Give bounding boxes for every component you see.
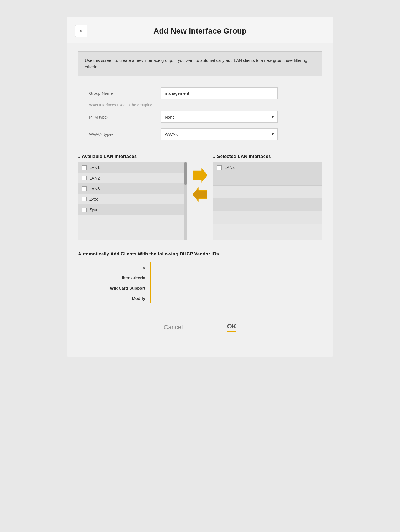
filter-col-hash: # <box>78 262 150 273</box>
wildcard-label: WildCard Support <box>78 283 150 293</box>
ptm-select-wrapper: None PTM1 PTM2 ▼ <box>161 111 278 123</box>
selected-lan-header: # Selected LAN Interfaces <box>213 154 322 159</box>
dhcp-section: Automotically Add Clients With the follo… <box>67 246 333 309</box>
wan-interfaces-label: WAN Interfaces used in the grouping <box>89 103 311 107</box>
back-button[interactable]: < <box>75 25 87 37</box>
scrollbar-track <box>184 162 187 240</box>
empty-selected-slot-1 <box>213 173 322 186</box>
lan2-label: LAN2 <box>89 176 100 180</box>
available-lan-column: # Available LAN Interfaces LAN1 LAN2 <box>78 154 187 240</box>
arrow-right-icon <box>193 169 207 181</box>
selected-lan-list-inner[interactable]: LAN4 <box>213 162 322 240</box>
group-name-label: Group Name <box>89 91 161 96</box>
header-area: < Add New Interface Group <box>67 17 333 43</box>
available-lan-list: LAN1 LAN2 LAN3 Zyxe <box>78 162 187 240</box>
lan1-label: LAN1 <box>89 165 100 170</box>
empty-selected-slot-3 <box>213 198 322 211</box>
modal-container: < Add New Interface Group Use this scree… <box>67 17 333 357</box>
available-lan-list-inner[interactable]: LAN1 LAN2 LAN3 Zyxe <box>78 162 187 240</box>
filter-criteria-label: Filter Criteria <box>78 273 150 283</box>
info-text: Use this screen to create a new interfac… <box>85 58 307 69</box>
lan4-checkbox[interactable] <box>217 165 222 170</box>
modify-row: Modify <box>78 293 322 303</box>
modify-value <box>150 293 322 303</box>
zyxel1-checkbox[interactable] <box>82 197 87 201</box>
lan2-checkbox[interactable] <box>82 176 87 180</box>
filter-header-row: # <box>78 262 322 273</box>
list-item[interactable]: LAN3 <box>78 183 187 194</box>
wwan-select[interactable]: WWAN WWAN2 <box>161 128 278 140</box>
selected-lan-list: LAN4 <box>213 162 322 240</box>
lan3-checkbox[interactable] <box>82 186 87 191</box>
zyxel2-checkbox[interactable] <box>82 208 87 212</box>
dhcp-title: Automotically Add Clients With the follo… <box>78 251 322 257</box>
available-lan-header: # Available LAN Interfaces <box>78 154 187 159</box>
list-item[interactable]: LAN1 <box>78 162 187 173</box>
cancel-button[interactable]: Cancel <box>164 323 183 332</box>
transfer-buttons <box>190 154 210 202</box>
lan3-label: LAN3 <box>89 186 100 191</box>
ok-button[interactable]: OK <box>227 323 236 332</box>
list-item[interactable]: LAN2 <box>78 173 187 183</box>
footer-buttons: Cancel OK <box>67 309 333 340</box>
wwan-row: WWAN type- WWAN WWAN2 ▼ <box>89 128 311 140</box>
empty-selected-slot-2 <box>213 186 322 198</box>
arrow-left-icon <box>193 188 207 201</box>
wildcard-row: WildCard Support <box>78 283 322 293</box>
filter-criteria-value <box>150 273 322 283</box>
filter-criteria-row: Filter Criteria <box>78 273 322 283</box>
move-left-button[interactable] <box>193 187 207 202</box>
list-item[interactable]: LAN4 <box>213 162 322 173</box>
scrollbar-thumb[interactable] <box>184 162 187 185</box>
modify-label: Modify <box>78 293 150 303</box>
empty-selected-slot-4 <box>213 211 322 224</box>
filter-table: # Filter Criteria WildCard Support Modif… <box>78 262 322 303</box>
wwan-label: WWAN type- <box>89 132 161 137</box>
selected-lan-column: # Selected LAN Interfaces LAN4 <box>213 154 322 240</box>
info-box: Use this screen to create a new interfac… <box>78 51 322 76</box>
filter-col-hash-right <box>150 262 322 273</box>
wwan-select-wrapper: WWAN WWAN2 ▼ <box>161 128 278 140</box>
page-title: Add New Interface Group <box>87 27 313 35</box>
ptm-row: PTM type- None PTM1 PTM2 ▼ <box>89 111 311 123</box>
ptm-label: PTM type- <box>89 115 161 119</box>
lan4-label: LAN4 <box>224 165 235 170</box>
wildcard-value <box>150 283 322 293</box>
lan-columns: # Available LAN Interfaces LAN1 LAN2 <box>78 154 322 240</box>
ptm-select[interactable]: None PTM1 PTM2 <box>161 111 278 123</box>
list-item[interactable]: Zyxe <box>78 204 187 215</box>
zyxel1-label: Zyxe <box>89 197 98 201</box>
zyxel2-label: Zyxe <box>89 207 98 212</box>
group-name-input[interactable] <box>161 87 278 99</box>
lan-section: # Available LAN Interfaces LAN1 LAN2 <box>67 151 333 246</box>
form-section: Group Name WAN Interfaces used in the gr… <box>67 85 333 151</box>
lan1-checkbox[interactable] <box>82 165 87 170</box>
group-name-row: Group Name <box>89 87 311 99</box>
move-right-button[interactable] <box>193 168 207 183</box>
list-item[interactable]: Zyxe <box>78 194 187 204</box>
